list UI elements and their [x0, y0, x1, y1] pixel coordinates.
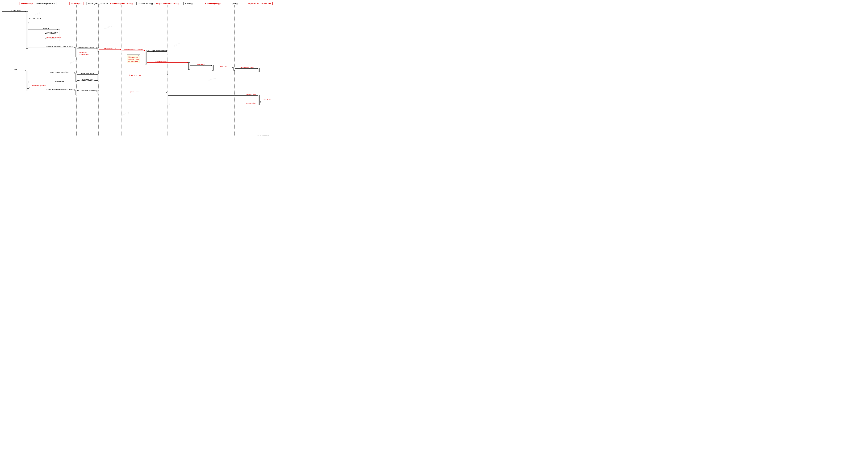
sequence-diagram: ViewRootImpl WindowManagerService Surfac… [0, 0, 271, 137]
msg-nativegetfrom: nativeGetFromSurfaceControl [78, 47, 99, 48]
activation [234, 67, 235, 70]
participant-igraphicbufferconsumer: IGraphicBufferConsumer.cpp [245, 2, 273, 5]
activation [26, 11, 28, 49]
msg-viewdraw: mView.draw(canvas) [32, 85, 46, 87]
activation [188, 62, 190, 70]
participant-surfaceflinger: SurfaceFlinger.cpp [203, 2, 222, 5]
watermark: 微信 1731 [35, 11, 43, 16]
participant-client: Client.cpp [184, 2, 195, 5]
msg-createsurface: createSurface [104, 48, 116, 50]
msg-createbufferqueue: createBufferQueue [241, 67, 254, 69]
participant-surfacecomposerclient: SurfaceComposerClient.cpp [108, 2, 135, 5]
credit: CSDN @whywhom [257, 135, 269, 136]
msg-nativelockcanvas: nativeLockCanvas [81, 73, 94, 75]
participant-android-view-surface: android_view_Surface.cpp [86, 2, 111, 5]
msg-queuebuffer: queueBuffer [130, 91, 140, 93]
activation [167, 75, 168, 78]
msg-draw: draw [14, 68, 18, 70]
activation [167, 92, 168, 105]
msg-relayoutwindow2: relayoutWindow [82, 79, 93, 81]
activation [258, 68, 259, 72]
watermark: 微信 1731 [174, 42, 182, 47]
arrow [45, 38, 58, 39]
msg-unlockpost: surface.unlockCanvasAndPost(canvas) [46, 88, 73, 90]
arrow [28, 82, 75, 82]
arrow [77, 48, 98, 49]
activation [75, 47, 77, 57]
participant-viewrootimpl: ViewRootImpl [19, 2, 35, 5]
activation [258, 95, 259, 105]
activation [98, 74, 99, 81]
activation [58, 30, 60, 41]
watermark: 微信 1731 [208, 77, 216, 82]
lifeline [98, 5, 99, 136]
msg-lockcanvas: mSurface.lockCanvas(dirty) [50, 71, 69, 73]
arrow [2, 11, 26, 12]
msg-newgbp: new GraphicBufferProducer [148, 50, 167, 52]
msg-performtraversals: performTraversals [29, 18, 42, 19]
activation [212, 65, 214, 70]
participant-surfacecontrol: SurfaceControl.cpp [136, 2, 155, 5]
msg-relayout: relayout [43, 28, 49, 30]
msg-returncanvas: return Canvas [55, 80, 65, 82]
msg-releasebuffer: releaseBuffer [246, 102, 255, 104]
msg-createsurfacecontrol2: createSurfaceControl [124, 49, 143, 51]
watermark: 微信 1731 [69, 60, 78, 65]
msg-drawbuffer: draw buffer [264, 99, 271, 101]
participant-igraphicbufferproducer: IGraphicBufferProducer.cpp [154, 2, 181, 5]
note-mclient: mClient SurfaceFlinger 的客户端对象，用于创建 对应的 l… [127, 54, 140, 63]
msg-nativeunlock: nativeUnlockCanvasAndPost [77, 89, 100, 91]
msg-newlayer: new Layer [220, 66, 227, 67]
arrow [28, 47, 75, 48]
msg-acquirebuffer: acquireBuffer [246, 94, 255, 95]
watermark: 微信 1731 [121, 112, 129, 117]
arrow [168, 104, 258, 104]
msg-copyfrom: mSurface.copyFrom(mSurfaceControl) [46, 46, 73, 47]
msg-dequeuebuffer: dequeueBuffer [129, 75, 141, 76]
activation [145, 50, 147, 64]
activation [167, 51, 168, 54]
participant-layer: Layer.cpp [229, 2, 240, 5]
msg-relayoutwindow: relayoutWindow [46, 32, 58, 33]
msg-bindnative: bind natice SurfaceControl [79, 52, 93, 55]
participant-windowmanagerservice: WindowManagerService [34, 2, 56, 5]
lifeline [167, 5, 168, 136]
msg-requestlayout: requestLayout [10, 10, 21, 11]
activation [121, 49, 122, 53]
arrow [45, 33, 58, 34]
activation [98, 48, 99, 52]
msg-createsurface2: createSurface [155, 61, 167, 62]
watermark: 微信 1731 [104, 25, 112, 30]
msg-createlayer: createLayer [197, 64, 205, 66]
msg-createsurfacecontrol: createSurfaceControl [46, 37, 61, 38]
participant-surface-java: Surface.java [69, 2, 84, 5]
arrow [2, 70, 26, 70]
